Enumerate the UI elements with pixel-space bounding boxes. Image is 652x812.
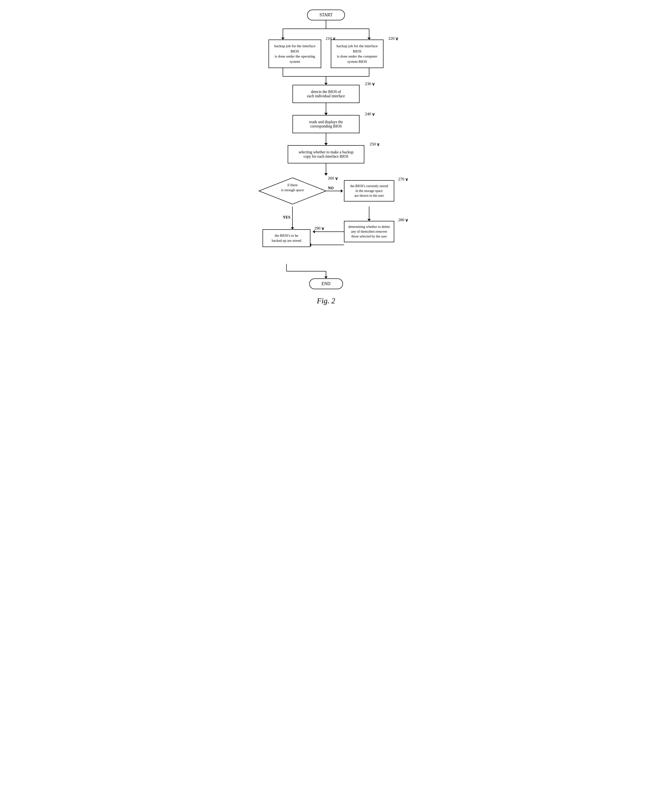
ref-mark-220: ∨ [395, 36, 398, 41]
lower-connector-section: YES [245, 206, 407, 264]
top-to-230-connector [245, 68, 407, 85]
svg-marker-10 [324, 83, 328, 85]
ref-mark-280: ∨ [405, 218, 408, 223]
290-to-end-connector [245, 264, 407, 278]
start-node: START [307, 9, 345, 20]
ref-mark-240: ∨ [372, 111, 375, 117]
box-280: determining whether to delete any of the… [344, 221, 394, 242]
box-240: reads and displays the corresponding BIO… [292, 115, 360, 133]
ref-mark-230: ∨ [372, 81, 375, 87]
svg-text:NO: NO [328, 186, 334, 190]
ref-mark-270: ∨ [405, 177, 408, 182]
box-210: backup job for the interface BIOS is don… [268, 40, 321, 68]
svg-marker-28 [324, 276, 328, 278]
290-end-arrow [245, 264, 407, 278]
figure-caption: Fig. 2 [317, 296, 335, 305]
box-220: backup job for the interface BIOS is don… [331, 40, 384, 68]
svg-marker-13 [341, 189, 343, 192]
page: START backup job for the [245, 9, 407, 305]
box-230: detects the BIOS of each individual inte… [292, 85, 360, 103]
box-250: selecting whether to make a backup copy … [288, 145, 364, 163]
ref-mark-290: ∨ [321, 226, 324, 231]
svg-marker-18 [291, 227, 294, 229]
svg-marker-3 [281, 38, 285, 40]
flowchart: START backup job for the [245, 9, 407, 305]
top-row: backup job for the interface BIOS is don… [245, 40, 407, 68]
svg-marker-5 [367, 38, 371, 40]
end-node: END [309, 278, 343, 289]
box-290: the BIOS's to be backed up are stored [262, 229, 311, 247]
ref-mark-260: ∨ [335, 176, 338, 181]
ref-mark-250: ∨ [376, 142, 380, 147]
diamond-260-text: if there is enough space [259, 183, 326, 192]
box-270: the BIOS's currently stored in the stora… [344, 180, 394, 201]
diamond-row: NO if there is enough space 260 ∨ the BI… [245, 176, 407, 206]
svg-text:YES: YES [283, 215, 290, 219]
svg-marker-20 [367, 219, 371, 221]
